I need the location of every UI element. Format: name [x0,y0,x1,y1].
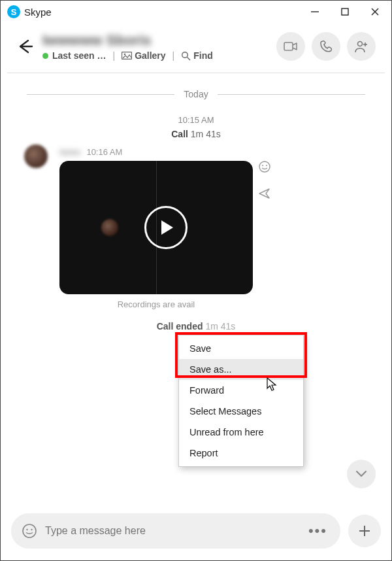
chevron-down-icon [355,470,367,478]
video-call-button[interactable] [276,32,305,61]
add-participant-button[interactable] [347,32,376,61]
call-ended-label: Call ended [157,321,203,332]
message-composer: ••• [11,513,381,549]
svg-point-17 [31,529,32,530]
message-context-menu: Save Save as... Forward Select Messages … [178,335,304,467]
search-icon [181,51,191,61]
arrow-left-icon [16,38,33,55]
menu-item-save-as[interactable]: Save as... [179,359,303,380]
svg-line-7 [188,57,191,60]
find-link[interactable]: Find [181,50,213,61]
message-time: 10:16 AM [86,147,122,157]
sender-avatar[interactable] [24,144,48,168]
conversation-header: Iwwwww Sboris Last seen … | Gallery | Fi… [1,23,391,70]
call-duration: 1m 41s [191,129,221,139]
svg-point-16 [26,529,27,530]
plus-icon [357,524,372,538]
last-seen-text: Last seen … [52,50,106,61]
svg-point-15 [23,524,36,537]
message-row: Iwww 10:16 AM Recordings are avail [1,139,391,309]
menu-item-report[interactable]: Report [179,443,303,464]
call-ended-duration: 1m 41s [205,321,235,332]
window-titlebar: S Skype [1,1,391,23]
emoji-picker-button[interactable] [22,523,37,539]
call-started-block: 10:15 AM Call 1m 41s [1,115,391,139]
smiley-icon [258,160,271,173]
gallery-link[interactable]: Gallery [122,50,165,61]
call-ended-block: Call ended 1m 41s [1,321,391,332]
more-options-button[interactable]: ••• [308,522,330,539]
attach-button[interactable] [348,515,381,547]
contact-name: Iwwwww Sboris [42,32,276,49]
phone-icon [319,40,333,53]
react-button[interactable] [258,160,271,176]
menu-item-save[interactable]: Save [179,338,303,359]
separator: | [112,50,115,61]
call-label: Call [171,129,188,139]
close-button[interactable] [370,7,380,16]
forward-inline-button[interactable] [258,188,271,202]
person-plus-icon [354,40,368,53]
svg-point-9 [358,42,363,46]
day-separator: Today [1,82,391,106]
find-label: Find [193,50,213,61]
back-button[interactable] [14,35,36,58]
svg-point-12 [259,162,270,172]
minimize-button[interactable] [310,7,319,16]
smiley-icon [22,523,37,539]
separator: | [172,50,175,61]
svg-point-5 [124,54,126,56]
svg-point-13 [262,165,263,166]
participant-avatar-icon [101,219,118,236]
sender-name: Iwww [59,147,80,157]
menu-item-unread-from-here[interactable]: Unread from here [179,422,303,443]
video-recording-thumbnail[interactable] [59,161,253,294]
gallery-label: Gallery [135,50,165,61]
video-icon [284,41,298,52]
play-button[interactable] [144,206,188,249]
svg-rect-8 [284,42,293,50]
send-icon [258,188,271,199]
message-input[interactable] [45,525,308,537]
svg-point-14 [266,165,267,166]
menu-item-forward[interactable]: Forward [179,380,303,401]
maximize-button[interactable] [340,7,350,16]
presence-dot-icon [42,53,48,59]
audio-call-button[interactable] [312,32,340,61]
svg-point-6 [182,52,188,58]
compose-box[interactable]: ••• [11,513,340,549]
scroll-to-latest-button[interactable] [347,460,376,488]
gallery-icon [122,52,132,60]
menu-item-select-messages[interactable]: Select Messages [179,401,303,422]
chat-area: Today 10:15 AM Call 1m 41s Iwww 10:16 AM… [1,73,391,332]
skype-logo-icon: S [7,5,20,18]
day-label: Today [184,89,208,99]
call-time: 10:15 AM [1,115,391,125]
recording-availability-note: Recordings are avail [59,299,253,309]
app-title: Skype [24,7,52,18]
play-icon [161,220,173,235]
svg-rect-1 [342,8,348,15]
